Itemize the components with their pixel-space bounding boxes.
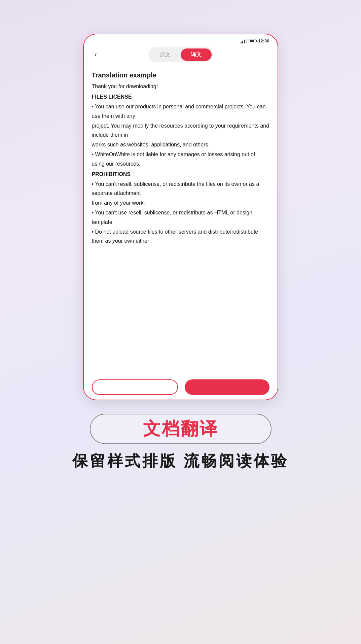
paragraph-6: • You can't resell, sublicense, or redis…: [92, 179, 269, 198]
paragraph-4: works such as websites, applications, an…: [92, 140, 269, 149]
document-content: Translation example Thank you for downlo…: [84, 65, 278, 375]
battery-fill: [250, 40, 254, 42]
section-files-license: FILES LICENSE: [92, 92, 269, 101]
paragraph-8: • You can't use resell, sublicense, or r…: [92, 208, 269, 226]
paragraph-3: project. You may modify the resources ac…: [92, 121, 269, 139]
status-icons: 12:30: [241, 38, 269, 43]
paragraph-5: • WhiteOnWhite is not liable for any dam…: [92, 150, 269, 168]
feature-badge: 文档翻译: [90, 414, 272, 444]
status-bar: 12:30: [84, 34, 278, 45]
tagline: 保留样式排版 流畅阅读体验: [72, 451, 289, 472]
battery-icon: [249, 39, 256, 43]
action-button-2[interactable]: [185, 379, 269, 395]
status-time: 12:30: [258, 38, 269, 43]
bottom-feature-section: 文档翻译 保留样式排版 流畅阅读体验: [72, 414, 289, 472]
tab-translation[interactable]: 译文: [181, 48, 212, 61]
document-title: Translation example: [92, 70, 269, 80]
paragraph-2: • You can use our products in personal a…: [92, 102, 269, 120]
section-prohibitions: PROHIBITIONS: [92, 170, 269, 179]
action-button-1[interactable]: [92, 379, 178, 395]
paragraph-7: from any of your work.: [92, 198, 269, 207]
signal-icon: [241, 39, 247, 43]
paragraph-9: • Do not upload source files to other se…: [92, 227, 269, 245]
back-button[interactable]: ‹: [92, 49, 100, 60]
tab-original[interactable]: 原文: [150, 48, 181, 61]
phone-mockup: 12:30 ‹ 原文 译文 Translation example Thank …: [83, 34, 278, 400]
document-body: Thank you for downloading! FILES LICENSE…: [92, 82, 269, 245]
nav-bar: ‹ 原文 译文: [84, 45, 278, 65]
paragraph-1: Thank you for downloading!: [92, 82, 269, 91]
bottom-action-buttons: [84, 375, 278, 400]
tab-switcher: 原文 译文: [148, 47, 213, 62]
feature-badge-text: 文档翻译: [143, 417, 218, 441]
